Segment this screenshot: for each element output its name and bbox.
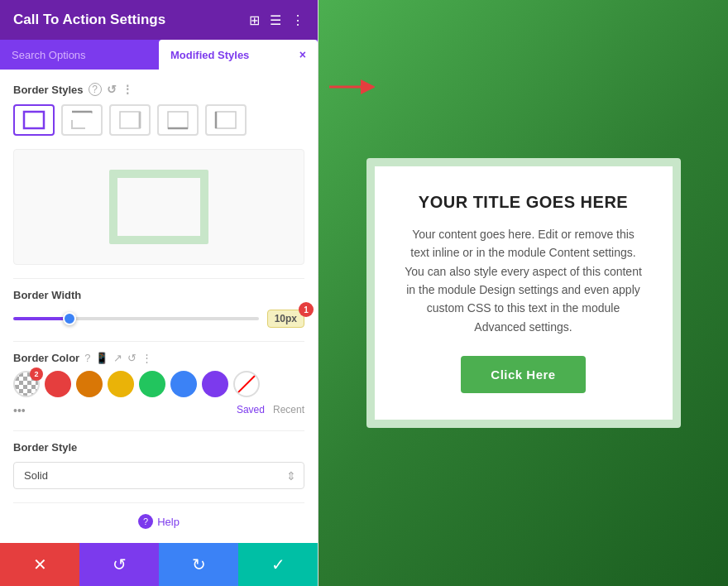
- border-styles-reset-icon[interactable]: ↺: [107, 83, 117, 96]
- right-panel: YOUR TITLE GOES HERE Your content goes h…: [318, 0, 728, 586]
- border-style-dropdown-wrapper: Solid Dashed Dotted Double Groove Ridge …: [13, 462, 304, 489]
- border-color-section: Border Color ? 📱 ↗ ↺ ⋮ 2: [13, 352, 304, 417]
- border-option-top[interactable]: [61, 104, 103, 136]
- columns-icon[interactable]: ☰: [270, 12, 281, 28]
- arrow-indicator: [325, 74, 375, 105]
- svg-rect-6: [168, 112, 188, 128]
- border-width-thumb[interactable]: [63, 312, 76, 325]
- cta-content: Your content goes here. Edit or remove t…: [405, 225, 643, 336]
- save-button[interactable]: ✓: [238, 543, 318, 586]
- swatch-checkered[interactable]: 2: [13, 371, 40, 397]
- svg-rect-8: [216, 112, 236, 128]
- border-color-more-icon[interactable]: ⋮: [141, 352, 152, 364]
- panel-content: Border Styles ? ↺ ⋮: [0, 70, 318, 543]
- color-swatches: 2: [13, 371, 304, 397]
- divider-3: [13, 430, 304, 431]
- swatch-no-color[interactable]: [233, 371, 260, 397]
- tab-search[interactable]: Search Options: [0, 40, 159, 70]
- left-panel: Call To Action Settings ⊞ ☰ ⋮ Search Opt…: [0, 0, 318, 586]
- border-style-select[interactable]: Solid Dashed Dotted Double Groove Ridge …: [13, 462, 304, 489]
- svg-rect-1: [72, 112, 92, 128]
- cta-card: YOUR TITLE GOES HERE Your content goes h…: [366, 158, 681, 428]
- color-tab-recent[interactable]: Recent: [273, 404, 304, 417]
- border-styles-label: Border Styles ? ↺ ⋮: [13, 83, 304, 96]
- panel-header-icons: ⊞ ☰ ⋮: [249, 12, 304, 28]
- svg-rect-0: [24, 112, 44, 128]
- swatch-blue[interactable]: [170, 371, 197, 397]
- color-badge: 2: [30, 367, 43, 381]
- border-color-phone-icon[interactable]: 📱: [95, 352, 108, 364]
- help-section: ? Help: [13, 502, 304, 539]
- border-width-slider-row: 10px 1: [13, 310, 304, 328]
- border-styles-help-icon[interactable]: ?: [89, 83, 102, 96]
- panel-header: Call To Action Settings ⊞ ☰ ⋮: [0, 0, 318, 40]
- border-style-options: [13, 104, 304, 136]
- grid-icon[interactable]: ⊞: [249, 12, 260, 28]
- panel-tabs: Search Options Modified Styles ×: [0, 40, 318, 70]
- border-style-dropdown-row: Solid Dashed Dotted Double Groove Ridge …: [13, 462, 304, 489]
- border-color-cursor-icon[interactable]: ↗: [113, 352, 122, 364]
- swatch-orange[interactable]: [76, 371, 103, 397]
- border-width-section: Border Width 10px 1: [13, 289, 304, 328]
- svg-rect-5: [120, 112, 140, 128]
- border-width-badge: 1: [299, 302, 314, 317]
- swatch-green[interactable]: [139, 371, 165, 397]
- divider-2: [13, 341, 304, 342]
- reset-button[interactable]: ↺: [79, 543, 159, 586]
- border-color-label-row: Border Color ? 📱 ↗ ↺ ⋮: [13, 352, 304, 364]
- swatch-purple[interactable]: [202, 371, 228, 397]
- help-icon: ?: [138, 514, 153, 529]
- border-color-help-icon[interactable]: ?: [84, 352, 90, 364]
- bottom-toolbar: ✕ ↺ ↻ ✓: [0, 543, 318, 586]
- border-option-solid[interactable]: [13, 104, 55, 136]
- border-color-reset-icon[interactable]: ↺: [127, 352, 136, 364]
- color-tabs: ••• Saved Recent: [13, 404, 304, 417]
- color-tab-saved[interactable]: Saved: [237, 404, 265, 417]
- more-icon[interactable]: ⋮: [291, 12, 304, 28]
- border-style-dropdown-label: Border Style: [13, 441, 304, 454]
- cta-title: YOUR TITLE GOES HERE: [405, 193, 643, 212]
- svg-rect-3: [120, 112, 140, 128]
- border-option-right[interactable]: [109, 104, 151, 136]
- color-more-dots[interactable]: •••: [13, 404, 26, 417]
- border-width-track[interactable]: [13, 317, 259, 320]
- swatch-yellow[interactable]: [108, 371, 134, 397]
- tab-modified-close[interactable]: ×: [299, 48, 306, 61]
- border-width-value[interactable]: 10px 1: [267, 310, 304, 328]
- swatch-red[interactable]: [45, 371, 71, 397]
- border-style-dropdown-section: Border Style Solid Dashed Dotted Double …: [13, 441, 304, 489]
- border-styles-more-icon[interactable]: ⋮: [122, 83, 133, 96]
- cta-button[interactable]: Click Here: [461, 356, 585, 393]
- cancel-button[interactable]: ✕: [0, 543, 79, 586]
- panel-title: Call To Action Settings: [13, 12, 165, 28]
- border-preview-inner: [109, 170, 208, 244]
- border-option-bottom[interactable]: [157, 104, 199, 136]
- divider-1: [13, 278, 304, 279]
- help-button[interactable]: ? Help: [138, 514, 180, 529]
- border-option-left[interactable]: [205, 104, 247, 136]
- redo-button[interactable]: ↻: [159, 543, 238, 586]
- tab-modified[interactable]: Modified Styles ×: [159, 40, 318, 70]
- border-preview: [13, 149, 304, 265]
- border-width-label: Border Width: [13, 289, 304, 301]
